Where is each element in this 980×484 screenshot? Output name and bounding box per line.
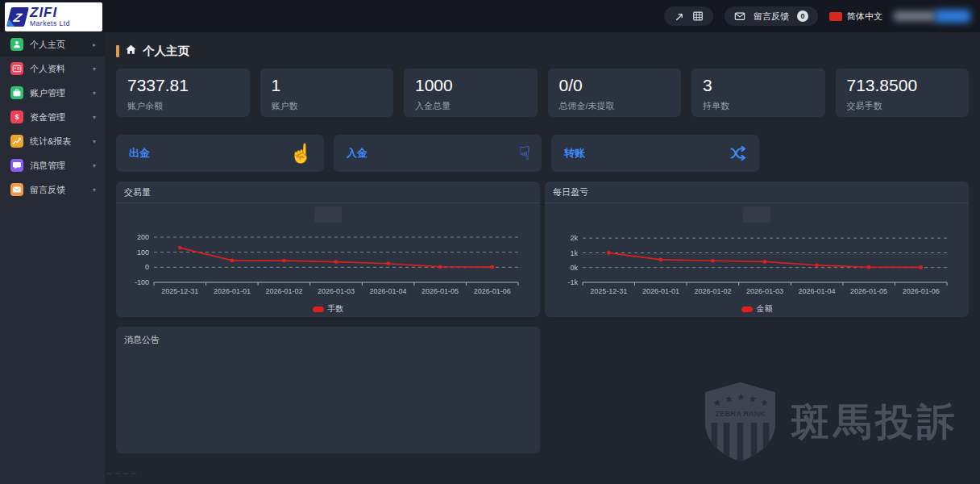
svg-text:1k: 1k	[570, 249, 578, 257]
user-account[interactable]	[894, 8, 970, 24]
chart-body: 2k1k0k-1k2025-12-312026-01-012026-01-022…	[545, 203, 969, 300]
stat-value: 7337.81	[127, 76, 239, 94]
language-label: 简体中文	[847, 10, 882, 23]
announcement-title: 消息公告	[124, 334, 532, 346]
main-content: 个人主页 7337.81账户余额1账户数1000入金总量0/0总佣金/未提取3持…	[105, 32, 980, 484]
id-card-icon	[10, 62, 23, 75]
svg-text:2026-01-04: 2026-01-04	[799, 287, 836, 295]
chart-card: 交易量2001000-1002025-12-312026-01-012026-0…	[116, 182, 540, 317]
sidebar-item-funds[interactable]: $资金管理▾	[0, 105, 105, 129]
chat-icon	[10, 159, 23, 172]
language-switcher[interactable]: 简体中文	[829, 10, 882, 23]
chart-legend: 手数	[116, 300, 540, 317]
sidebar-item-reports[interactable]: 统计&报表▾	[0, 129, 105, 153]
brand-logo[interactable]: Z ZIFI Markets Ltd	[5, 2, 102, 31]
svg-text:2026-01-02: 2026-01-02	[694, 287, 731, 295]
stat-value: 1000	[415, 76, 526, 94]
stat-value: 713.8500	[847, 76, 958, 94]
svg-text:-100: -100	[135, 278, 149, 286]
sidebar-item-profile[interactable]: 个人资料▾	[0, 56, 105, 81]
chart-canvas: 2001000-1002025-12-312026-01-012026-01-0…	[127, 205, 529, 300]
chevron-down-icon: ▾	[93, 162, 96, 169]
svg-text:2026-01-01: 2026-01-01	[642, 287, 679, 295]
chevron-down-icon: ▾	[93, 186, 96, 194]
stat-label: 入金总量	[415, 100, 526, 112]
feedback-button[interactable]: 留言反馈 0	[725, 6, 818, 26]
svg-text:0: 0	[145, 263, 149, 271]
sidebar-item-feedback[interactable]: 留言反馈▾	[0, 177, 105, 202]
chart-title: 每日盈亏	[545, 182, 969, 203]
hand-down-icon: ☟	[519, 144, 530, 163]
svg-text:0k: 0k	[570, 264, 578, 272]
app-root: Z ZIFI Markets Ltd 留言反馈 0 简体中文	[0, 0, 980, 484]
stat-card: 7337.81账户余额	[116, 69, 250, 117]
action-label: 入金	[347, 146, 368, 161]
stat-card: 1账户数	[260, 69, 394, 117]
svg-text:-1k: -1k	[567, 278, 578, 286]
sidebar-item-accounts[interactable]: 账户管理▾	[0, 81, 105, 105]
stat-card: 713.8500交易手数	[836, 69, 970, 117]
brand-emblem-icon: Z	[6, 7, 29, 27]
chevron-down-icon: ▾	[93, 90, 96, 97]
svg-text:2026-01-04: 2026-01-04	[370, 287, 407, 295]
deposit-button[interactable]: 入金☟	[334, 135, 542, 172]
sidebar-item-label: 账户管理	[30, 87, 65, 99]
flag-cn-icon	[829, 12, 842, 21]
chart-body: 2001000-1002025-12-312026-01-012026-01-0…	[116, 203, 540, 300]
chevron-down-icon: ▾	[93, 65, 96, 73]
chevron-down-icon: ▾	[93, 138, 96, 145]
fullscreen-icon[interactable]	[674, 11, 684, 22]
hand-up-icon: ☝	[289, 144, 313, 163]
sidebar-item-label: 个人主页	[30, 39, 65, 51]
legend-marker-icon	[741, 307, 753, 312]
legend-item[interactable]: 手数	[313, 303, 344, 315]
feedback-label: 留言反馈	[754, 10, 789, 23]
stat-value: 3	[703, 76, 814, 94]
stat-label: 账户数	[272, 100, 383, 112]
shuffle-icon	[729, 144, 748, 163]
sidebar-item-home[interactable]: 个人主页▸	[0, 32, 105, 56]
svg-text:2026-01-05: 2026-01-05	[421, 287, 459, 295]
brand-name: ZIFI	[30, 6, 70, 19]
svg-text:2025-12-31: 2025-12-31	[590, 287, 627, 295]
topbar-right: 留言反馈 0 简体中文	[664, 6, 980, 26]
svg-text:2026-01-06: 2026-01-06	[474, 287, 511, 295]
grid-icon[interactable]	[692, 10, 704, 22]
action-label: 转账	[564, 146, 585, 161]
stat-card: 0/0总佣金/未提取	[548, 69, 682, 117]
sidebar-item-label: 个人资料	[30, 63, 65, 75]
stat-card: 1000入金总量	[404, 69, 538, 117]
svg-text:2k: 2k	[570, 234, 578, 242]
chart-card: 每日盈亏2k1k0k-1k2025-12-312026-01-012026-01…	[545, 182, 969, 317]
sidebar-item-label: 统计&报表	[30, 136, 71, 148]
chart-legend: 金额	[545, 300, 969, 317]
svg-text:2026-01-05: 2026-01-05	[850, 287, 887, 295]
home-icon	[125, 44, 137, 59]
user-avatar-redacted	[935, 10, 970, 23]
legend-item[interactable]: 金额	[741, 303, 773, 315]
stat-label: 持单数	[703, 100, 814, 112]
svg-text:2025-12-31: 2025-12-31	[161, 287, 198, 295]
sidebar-item-messages[interactable]: 消息管理▾	[0, 153, 105, 177]
stat-label: 总佣金/未提取	[559, 100, 671, 112]
mail-icon	[734, 10, 745, 22]
svg-text:2026-01-03: 2026-01-03	[746, 287, 783, 295]
page-title: 个人主页	[143, 44, 189, 59]
svg-text:$: $	[15, 114, 19, 121]
sidebar: 个人主页▸个人资料▾账户管理▾$资金管理▾统计&报表▾消息管理▾留言反馈▾	[0, 32, 105, 484]
announcement-card: 消息公告	[116, 327, 540, 453]
person-icon	[10, 38, 23, 51]
svg-text:2026-01-02: 2026-01-02	[265, 287, 302, 295]
briefcase-icon	[10, 86, 23, 99]
svg-text:2026-01-06: 2026-01-06	[903, 287, 940, 295]
withdraw-button[interactable]: 出金☝	[116, 135, 324, 172]
chart-canvas: 2k1k0k-1k2025-12-312026-01-012026-01-022…	[555, 205, 958, 300]
transfer-button[interactable]: 转账	[551, 135, 759, 172]
user-name-redacted	[894, 11, 936, 21]
legend-marker-icon	[313, 307, 324, 312]
envelope-icon	[10, 183, 23, 196]
charts-row: 交易量2001000-1002025-12-312026-01-012026-0…	[116, 182, 969, 317]
svg-text:2026-01-03: 2026-01-03	[318, 287, 355, 295]
feedback-badge: 0	[797, 10, 808, 22]
chart-title: 交易量	[116, 182, 540, 203]
